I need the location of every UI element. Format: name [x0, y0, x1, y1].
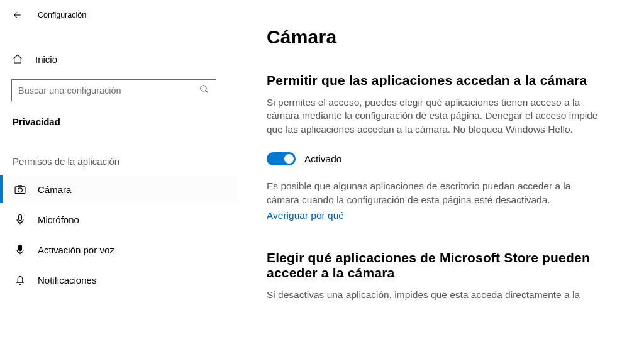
- learn-why-link[interactable]: Averiguar por qué: [267, 210, 344, 221]
- page-section-title: Privacidad: [0, 101, 239, 132]
- sidebar-item-label: Activación por voz: [38, 245, 114, 255]
- svg-point-0: [201, 86, 206, 91]
- desktop-note: Es posible que algunas aplicaciones de e…: [267, 179, 600, 206]
- sidebar-item-microphone[interactable]: Micrófono: [0, 206, 239, 233]
- main-content: Cámara Permitir que las aplicaciones acc…: [239, 0, 644, 344]
- section-description: Si permites el acceso, puedes elegir qué…: [267, 96, 600, 136]
- sidebar-item-label: Notificaciones: [38, 275, 96, 286]
- section-choose-apps: Elegir qué aplicaciones de Microsoft Sto…: [267, 250, 616, 301]
- sidebar-item-label: Micrófono: [38, 214, 79, 225]
- sidebar-group-header: Permisos de la aplicación: [0, 132, 239, 173]
- home-icon: [11, 53, 24, 65]
- sidebar-item-voice-activation[interactable]: Activación por voz: [0, 236, 239, 264]
- toggle-state-label: Activado: [304, 153, 341, 165]
- home-label: Inicio: [35, 54, 57, 65]
- svg-point-2: [18, 188, 23, 192]
- camera-access-toggle-row: Activado: [267, 152, 616, 165]
- section-title: Elegir qué aplicaciones de Microsoft Sto…: [267, 250, 616, 280]
- back-arrow-icon[interactable]: [11, 9, 24, 21]
- settings-sidebar: Configuración Inicio Privacidad Permisos…: [0, 0, 239, 344]
- search-box[interactable]: [11, 79, 216, 101]
- microphone-icon: [14, 213, 26, 226]
- home-nav[interactable]: Inicio: [0, 45, 239, 73]
- search-icon: [199, 84, 209, 97]
- bell-icon: [14, 274, 26, 286]
- svg-rect-3: [19, 215, 22, 221]
- main-heading: Cámara: [267, 26, 616, 48]
- titlebar: Configuración: [0, 0, 239, 24]
- sidebar-item-notifications[interactable]: Notificaciones: [0, 266, 239, 294]
- section-title: Permitir que las aplicaciones accedan a …: [267, 73, 616, 88]
- section-allow-camera: Permitir que las aplicaciones accedan a …: [267, 73, 616, 221]
- sidebar-item-label: Cámara: [38, 184, 71, 195]
- sidebar-item-camera[interactable]: Cámara: [0, 175, 239, 203]
- camera-access-toggle[interactable]: [267, 152, 296, 165]
- camera-icon: [14, 183, 26, 196]
- voice-icon: [14, 243, 26, 256]
- app-title: Configuración: [38, 11, 86, 19]
- svg-rect-4: [19, 245, 22, 251]
- search-input[interactable]: [18, 86, 194, 96]
- section-description: Si desactivas una aplicación, impides qu…: [267, 288, 600, 301]
